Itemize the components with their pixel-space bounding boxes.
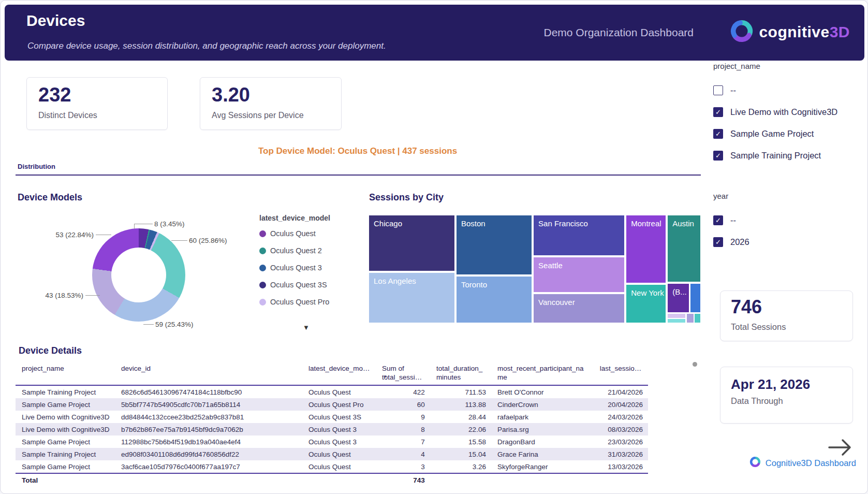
legend-scroll-caret-icon[interactable]: ▼ xyxy=(303,324,310,331)
treemap-cell-b[interactable]: (B... xyxy=(668,284,689,312)
filter-option[interactable]: -- xyxy=(713,84,858,96)
table-row[interactable]: Sample Training Projected908f03401108d6d… xyxy=(16,448,648,460)
device-models-donut[interactable] xyxy=(92,228,185,322)
table-cell: Oculus Quest 3 xyxy=(302,423,376,435)
table-cell: Grace Farina xyxy=(491,448,594,460)
total-sessions-value: 746 xyxy=(731,296,762,318)
column-header[interactable]: device_id xyxy=(115,362,302,385)
treemap-cell[interactable] xyxy=(668,319,685,323)
column-header[interactable]: project_name xyxy=(16,362,115,385)
tab-distribution[interactable]: Distribution xyxy=(18,163,55,170)
table-cell: Sample Game Project xyxy=(16,398,115,411)
legend-item[interactable]: Oculus Quest 3S xyxy=(259,281,352,289)
legend-color-dot-icon xyxy=(259,248,266,254)
treemap-cell-los-angeles[interactable]: Los Angeles xyxy=(369,273,454,323)
table-cell: 7 xyxy=(376,435,430,448)
page-header: Devices Compare device usage, session di… xyxy=(5,5,864,61)
filter-option-label: Live Demo with Cognitive3D xyxy=(730,107,837,117)
treemap-cell-new-york[interactable]: New York xyxy=(626,285,666,323)
device-models-legend: latest_device_model Oculus QuestOculus Q… xyxy=(259,214,352,315)
table-row[interactable]: Sample Game Project5b5bf7747b54905cdfc70… xyxy=(16,398,648,411)
treemap-cell-label: Chicago xyxy=(369,215,454,231)
table-row[interactable]: Sample Training Project6826c6d5461309674… xyxy=(16,386,648,398)
treemap-cell[interactable] xyxy=(668,314,685,318)
checkbox-checked[interactable]: ✓ xyxy=(713,107,723,117)
legend-color-dot-icon xyxy=(259,265,266,271)
brand-name: cognitive3D xyxy=(759,23,850,41)
table-cell: Live Demo with Cognitive3D xyxy=(16,411,115,423)
donut-callout-label: 43 (18.53%) xyxy=(33,292,83,299)
treemap-cell-toronto[interactable]: Toronto xyxy=(457,277,532,323)
table-cell: Oculus Quest 3S xyxy=(302,411,376,423)
treemap-cell[interactable] xyxy=(687,314,694,323)
callout-line xyxy=(143,324,154,325)
table-row[interactable]: Sample Game Project112988bc75b6b4f519db1… xyxy=(16,435,648,448)
table-cell: 113.88 xyxy=(430,398,491,411)
checkbox-checked[interactable]: ✓ xyxy=(713,215,723,225)
treemap-cell-chicago[interactable]: Chicago xyxy=(369,215,454,271)
legend-item[interactable]: Oculus Quest xyxy=(259,229,352,238)
table-cell: Sample Training Project xyxy=(16,448,115,460)
kpi-value: 3.20 xyxy=(212,84,250,106)
table-row[interactable]: Live Demo with Cognitive3Ddd84844c132cce… xyxy=(16,411,648,423)
data-through-label: Data Through xyxy=(731,396,783,406)
filter-option[interactable]: ✓Live Demo with Cognitive3D xyxy=(713,106,858,118)
cognitive3d-logo-icon xyxy=(730,19,754,45)
kpi-value: 232 xyxy=(38,84,71,106)
treemap-cell-boston[interactable]: Boston xyxy=(457,215,532,274)
table-cell: 08/03/2026 xyxy=(594,423,648,435)
table-cell: DragonBard xyxy=(491,435,594,448)
treemap-cell[interactable] xyxy=(695,314,700,323)
legend-item-label: Oculus Quest Pro xyxy=(270,298,329,306)
donut-callout-label: 53 (22.84%) xyxy=(43,231,94,239)
callout-line xyxy=(171,240,187,241)
table-cell: 8 xyxy=(376,423,430,435)
treemap-cell[interactable] xyxy=(690,284,700,312)
table-cell: 5b5bf7747b54905cdfc70b71a65b8114 xyxy=(115,398,302,411)
checkbox-checked[interactable]: ✓ xyxy=(713,237,723,247)
table-cell: 60 xyxy=(376,398,430,411)
checkbox-unchecked[interactable] xyxy=(713,85,723,95)
treemap-cell-montreal[interactable]: Montreal xyxy=(626,215,666,283)
column-header[interactable]: latest_device_model xyxy=(302,362,376,385)
total-sessions-card: 746 Total Sessions xyxy=(720,290,853,341)
treemap-cell-seattle[interactable]: Seattle xyxy=(534,257,624,292)
column-header[interactable]: Sum of total_sessions▼ xyxy=(376,362,430,385)
data-through-value: Apr 21, 2026 xyxy=(731,376,810,393)
cognitive3d-dashboard-link[interactable]: Cognitive3D Dashboard xyxy=(749,456,856,470)
legend-item[interactable]: Oculus Quest 3 xyxy=(259,264,352,272)
legend-title: latest_device_model xyxy=(259,214,352,222)
scroll-indicator-dot[interactable] xyxy=(693,362,697,367)
treemap-cell-san-francisco[interactable]: San Francisco xyxy=(534,215,624,255)
donut-callout-label: 59 (25.43%) xyxy=(155,321,194,328)
next-page-arrow-icon[interactable] xyxy=(828,438,852,459)
table-cell: Sample Game Project xyxy=(16,460,115,473)
table-row[interactable]: Live Demo with Cognitive3Db7b62b867ee75a… xyxy=(16,423,648,435)
column-header[interactable]: total_duration_ minutes xyxy=(430,362,491,385)
treemap-cell-vancouver[interactable]: Vancouver xyxy=(534,294,624,323)
treemap-cell-austin[interactable]: Austin xyxy=(668,215,700,282)
table-cell: 13/03/2026 xyxy=(594,460,648,473)
column-header[interactable]: most_recent_participant_na me xyxy=(491,362,594,385)
dashboard-page: Devices Compare device usage, session di… xyxy=(0,0,868,494)
table-cell: 28.44 xyxy=(430,411,491,423)
treemap-cell-label: Austin xyxy=(668,215,700,231)
device-details-title: Device Details xyxy=(19,345,82,356)
tab-divider xyxy=(16,175,701,176)
device-details-table: project_namedevice_idlatest_device_model… xyxy=(16,362,648,486)
checkbox-checked[interactable]: ✓ xyxy=(713,151,723,161)
filter-option[interactable]: ✓Sample Training Project xyxy=(713,149,858,162)
legend-color-dot-icon xyxy=(259,230,266,237)
table-cell: 3acf6cae105d7976c0400f677aa197c7 xyxy=(115,460,302,473)
filter-option[interactable]: ✓Sample Game Project xyxy=(713,127,858,140)
checkbox-checked[interactable]: ✓ xyxy=(713,129,723,139)
data-through-card: Apr 21, 2026 Data Through xyxy=(720,367,853,424)
filter-option[interactable]: ✓2026 xyxy=(713,236,858,248)
table-cell: CinderCrown xyxy=(491,398,594,411)
legend-item[interactable]: Oculus Quest Pro xyxy=(259,298,352,306)
column-header[interactable]: last_session_date xyxy=(594,362,648,385)
legend-color-dot-icon xyxy=(259,299,266,306)
legend-item[interactable]: Oculus Quest 2 xyxy=(259,246,352,255)
table-row[interactable]: Sample Game Project3acf6cae105d7976c0400… xyxy=(16,460,648,473)
filter-option[interactable]: ✓-- xyxy=(713,214,858,226)
